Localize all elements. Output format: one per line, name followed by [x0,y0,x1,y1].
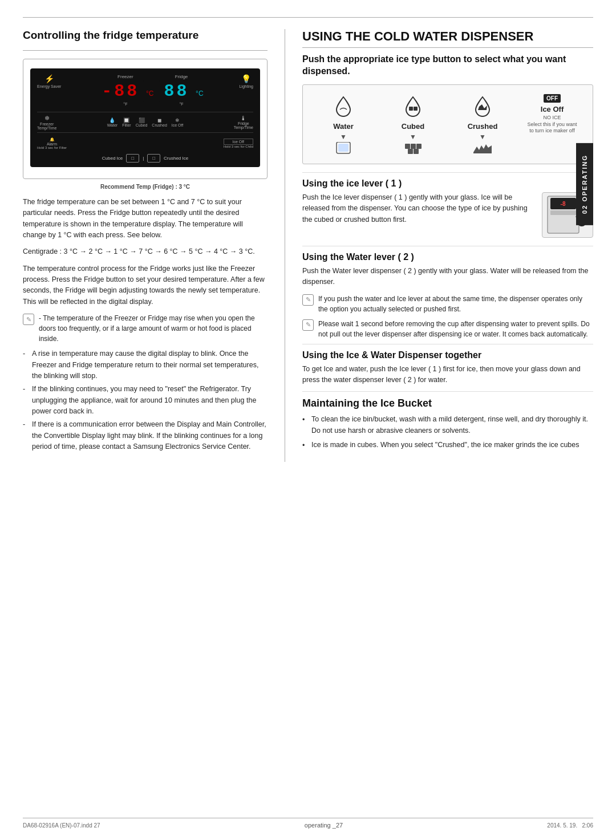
water-label: Water [333,122,354,131]
footer-page-number: operating _27 [305,822,343,829]
maintaining-item-1: • To clean the ice bin/bucket, wash with… [302,414,593,436]
ice-lever-body: Push the Ice lever dispenser ( 1 ) gentl… [302,192,535,225]
ice-off-badge: OFF [544,94,561,103]
cubed-arrow: ▼ [410,133,416,141]
no-ice-note: NO ICESelect this if you wantto turn ice… [527,115,577,135]
fridge-temp-description-1: The fridge temperature can be set betwee… [23,197,268,241]
right-note-icon-2: ✎ [302,319,314,331]
water-button[interactable]: Water ▼ [309,91,378,158]
note-box-1: ✎ - The temperature of the Freezer or Fr… [23,313,268,344]
fridge-temp-display: 88 [159,80,193,102]
cubed-icon [402,94,424,120]
water-visual [333,142,354,155]
ice-water-body: To get Ice and water, push the Ice lever… [302,364,593,386]
cubed-visual [403,142,423,155]
svg-rect-3 [414,107,418,111]
ice-off-label: Ice Off [541,105,564,113]
ice-lever-title: Using the ice lever ( 1 ) [302,172,593,189]
svg-rect-6 [416,144,422,149]
crushed-visual [472,142,493,155]
bullet-list: - A rise in temperature may cause the di… [23,348,268,452]
svg-rect-7 [408,149,413,154]
crushed-arrow: ▼ [479,133,486,141]
freezer-temp-display: -88 [97,80,144,102]
bullet-item-3: - If there is a communication error betw… [23,419,268,452]
right-main-title: USING THE COLD WATER DISPENSER [302,29,593,44]
bullet-item-1: - A rise in temperature may cause the di… [23,348,268,382]
operating-sidebar-tab: 02 OPERATING [576,143,593,225]
svg-rect-5 [411,144,416,149]
footer-filename: DA68-02916A (EN)-07.indd 27 [23,822,100,829]
svg-rect-2 [409,107,413,111]
svg-rect-8 [414,149,419,154]
crushed-label: Crushed [468,122,498,131]
ice-type-buttons-container: Water ▼ [302,84,593,164]
fridge-temp-description-2: Centigrade : 3 °C → 2 °C → 1 °C → 7 °C →… [23,246,268,257]
fridge-temp-description-3: The temperature control process for the … [23,263,268,308]
fridge-panel-image: ⚡ Energy Saver Freezer -88 °C °F [23,59,268,179]
maintaining-list: • To clean the ice bin/bucket, wash with… [302,414,593,451]
bullet-item-2: - If the blinking continues, you may nee… [23,384,268,417]
svg-rect-4 [405,144,410,149]
water-lever-title: Using the Water lever ( 2 ) [302,246,593,262]
dispenser-subtitle: Push the appropriate ice type button to … [302,54,593,78]
svg-rect-1 [338,144,348,152]
svg-text:-8: -8 [561,201,566,207]
ice-water-title: Using the Ice & Water Dispenser together [302,344,593,360]
right-note-icon-1: ✎ [302,294,314,306]
lighting-icon: 💡 Lighting [239,74,253,90]
note-icon-1: ✎ [23,314,34,325]
footer-date: 2014. 5. 19. 2:06 [547,822,593,829]
right-note-1: ✎ If you push the water and Ice lever at… [302,294,593,314]
recommend-temp-text: Recommend Temp (Fridge) : 3 °C [23,184,268,190]
maintaining-title: Maintaining the Ice Bucket [302,391,593,409]
water-arrow: ▼ [340,133,347,141]
svg-rect-14 [550,210,576,215]
cubed-button[interactable]: Cubed ▼ [378,91,448,158]
crushed-icon [471,94,494,120]
svg-marker-9 [478,104,487,110]
ice-off-button[interactable]: OFF Ice Off NO ICESelect this if you wan… [517,91,587,138]
ice-lever-section: Push the Ice lever dispenser ( 1 ) gentl… [302,192,593,238]
maintaining-item-2: • Ice is made in cubes. When you select … [302,440,593,451]
page-footer: DA68-02916A (EN)-07.indd 27 operating _2… [23,818,593,829]
svg-marker-10 [473,144,492,153]
water-lever-body: Push the Water lever dispenser ( 2 ) gen… [302,266,593,288]
left-section-title: Controlling the fridge temperature [23,29,268,42]
crushed-button[interactable]: Crushed ▼ [448,91,517,158]
energy-saver-icon: ⚡ Energy Saver [37,74,61,90]
cubed-label: Cubed [402,122,424,131]
water-icon [332,94,355,120]
right-note-2: ✎ Please wait 1 second before removing t… [302,319,593,339]
